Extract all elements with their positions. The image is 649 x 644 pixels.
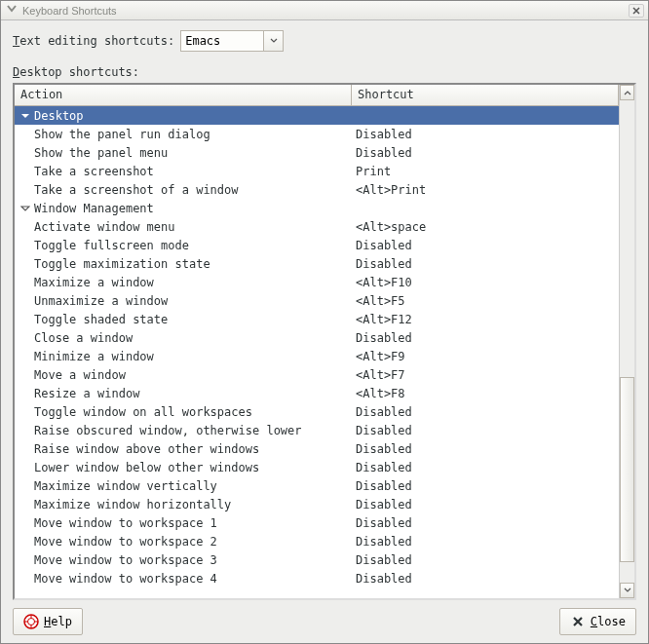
- tree-item-row[interactable]: Minimize a window<Alt>F9: [15, 347, 619, 365]
- tree-action-cell[interactable]: Toggle fullscreen mode: [19, 239, 352, 252]
- tree-item-row[interactable]: Resize a window<Alt>F8: [15, 384, 619, 402]
- tree-item-row[interactable]: Raise window above other windowsDisabled: [15, 439, 619, 458]
- tree-action-cell[interactable]: Take a screenshot: [19, 165, 352, 178]
- tree-item-row[interactable]: Move a window<Alt>F7: [15, 365, 619, 384]
- tree-action-cell[interactable]: Maximize window vertically: [19, 479, 352, 493]
- tree-shortcut-cell[interactable]: Disabled: [352, 128, 619, 141]
- tree-shortcut-cell[interactable]: <Alt>space: [352, 220, 619, 234]
- chevron-up-icon: [624, 90, 631, 95]
- column-header-action[interactable]: Action: [15, 85, 352, 105]
- tree-shortcut-cell[interactable]: <Alt>F8: [352, 387, 619, 400]
- column-header-shortcut[interactable]: Shortcut: [352, 85, 619, 105]
- help-button[interactable]: Help: [13, 608, 83, 635]
- tree-header: Action Shortcut: [15, 85, 619, 106]
- tree-item-row[interactable]: Show the panel run dialogDisabled: [15, 125, 619, 143]
- tree-item-row[interactable]: Raise obscured window, otherwise lowerDi…: [15, 421, 619, 439]
- dropdown-button[interactable]: [264, 30, 284, 52]
- tree-action-cell[interactable]: Move a window: [19, 368, 352, 382]
- tree-action-cell[interactable]: Raise window above other windows: [19, 442, 352, 456]
- tree-item-row[interactable]: Activate window menu<Alt>space: [15, 217, 619, 236]
- tree-shortcut-cell[interactable]: Disabled: [352, 257, 619, 271]
- vertical-scrollbar[interactable]: [619, 85, 634, 598]
- tree-item-row[interactable]: Maximize window verticallyDisabled: [15, 476, 619, 495]
- tree-action-cell[interactable]: Activate window menu: [19, 220, 352, 234]
- tree-action-cell[interactable]: Maximize window horizontally: [19, 498, 352, 511]
- tree-action-cell[interactable]: Toggle shaded state: [19, 313, 352, 326]
- tree-action-cell[interactable]: Resize a window: [19, 387, 352, 400]
- tree-action-cell[interactable]: Show the panel menu: [19, 146, 352, 160]
- tree-action-cell[interactable]: Toggle maximization state: [19, 257, 352, 271]
- titlebar[interactable]: Keyboard Shortcuts: [1, 1, 648, 20]
- tree-action-cell[interactable]: Move window to workspace 3: [19, 553, 352, 567]
- tree-shortcut-cell[interactable]: Disabled: [352, 516, 619, 530]
- tree-item-row[interactable]: Take a screenshotPrint: [15, 162, 619, 180]
- tree-action-cell[interactable]: Move window to workspace 1: [19, 516, 352, 530]
- text-editing-dropdown[interactable]: Emacs: [180, 30, 284, 52]
- tree-item-row[interactable]: Toggle shaded state<Alt>F12: [15, 310, 619, 328]
- tree-shortcut-cell[interactable]: Disabled: [352, 424, 619, 437]
- window-close-button[interactable]: [629, 4, 644, 18]
- tree-shortcut-cell[interactable]: <Alt>F5: [352, 294, 619, 308]
- tree-action-cell[interactable]: Maximize a window: [19, 276, 352, 289]
- tree-item-row[interactable]: Toggle window on all workspacesDisabled: [15, 402, 619, 421]
- tree-shortcut-cell[interactable]: Disabled: [352, 405, 619, 419]
- tree-shortcut-cell[interactable]: Disabled: [352, 239, 619, 252]
- tree-item-row[interactable]: Toggle maximization stateDisabled: [15, 254, 619, 273]
- tree-action-cell[interactable]: Show the panel run dialog: [19, 128, 352, 141]
- tree-action-cell[interactable]: Desktop: [19, 109, 352, 123]
- app-icon: [5, 4, 19, 18]
- tree-action-cell[interactable]: Move window to workspace 2: [19, 535, 352, 549]
- scroll-up-button[interactable]: [620, 85, 634, 100]
- tree-action-cell[interactable]: Minimize a window: [19, 350, 352, 363]
- tree-shortcut-cell[interactable]: Disabled: [352, 442, 619, 456]
- tree-shortcut-cell[interactable]: <Alt>F9: [352, 350, 619, 363]
- scroll-thumb[interactable]: [620, 377, 634, 562]
- tree-item-row[interactable]: Toggle fullscreen modeDisabled: [15, 236, 619, 254]
- tree-shortcut-cell[interactable]: <Alt>F10: [352, 276, 619, 289]
- tree-shortcut-cell[interactable]: Disabled: [352, 461, 619, 474]
- tree-shortcut-cell[interactable]: <Alt>F7: [352, 368, 619, 382]
- tree-item-label: Activate window menu: [32, 220, 175, 234]
- close-button[interactable]: Close: [559, 608, 636, 635]
- tree-item-row[interactable]: Unmaximize a window<Alt>F5: [15, 291, 619, 310]
- tree-action-cell[interactable]: Toggle window on all workspaces: [19, 405, 352, 419]
- text-editing-select[interactable]: Emacs: [180, 30, 264, 52]
- tree-action-cell[interactable]: Unmaximize a window: [19, 294, 352, 308]
- tree-shortcut-cell[interactable]: <Alt>Print: [352, 183, 619, 197]
- expander-icon[interactable]: [19, 204, 32, 213]
- tree-shortcut-cell[interactable]: Disabled: [352, 331, 619, 345]
- tree-shortcut-cell[interactable]: Disabled: [352, 553, 619, 567]
- tree-item-row[interactable]: Move window to workspace 3Disabled: [15, 550, 619, 569]
- tree-group-row[interactable]: Window Management: [15, 199, 619, 217]
- tree-shortcut-cell[interactable]: Disabled: [352, 535, 619, 549]
- tree-action-cell[interactable]: Take a screenshot of a window: [19, 183, 352, 197]
- tree-item-row[interactable]: Move window to workspace 1Disabled: [15, 513, 619, 532]
- tree-action-cell[interactable]: Lower window below other windows: [19, 461, 352, 474]
- tree-item-row[interactable]: Move window to workspace 2Disabled: [15, 532, 619, 550]
- tree-item-row[interactable]: Maximize window horizontallyDisabled: [15, 495, 619, 513]
- scroll-down-button[interactable]: [620, 583, 634, 598]
- tree-item-row[interactable]: Maximize a window<Alt>F10: [15, 273, 619, 291]
- tree-shortcut-cell[interactable]: Disabled: [352, 479, 619, 493]
- tree-item-row[interactable]: Take a screenshot of a window<Alt>Print: [15, 180, 619, 199]
- tree-action-cell[interactable]: Window Management: [19, 202, 352, 215]
- tree-action-cell[interactable]: Close a window: [19, 331, 352, 345]
- tree-item-row[interactable]: Close a windowDisabled: [15, 328, 619, 347]
- tree-item-row[interactable]: Lower window below other windowsDisabled: [15, 458, 619, 476]
- tree-shortcut-cell[interactable]: <Alt>F12: [352, 313, 619, 326]
- tree-shortcut-cell[interactable]: Disabled: [352, 146, 619, 160]
- expander-icon[interactable]: [19, 111, 32, 121]
- shortcuts-tree[interactable]: Action Shortcut DesktopShow the panel ru…: [15, 85, 619, 598]
- tree-item-label: Maximize a window: [32, 276, 154, 289]
- tree-group-row[interactable]: Desktop: [15, 106, 619, 125]
- tree-action-cell[interactable]: Raise obscured window, otherwise lower: [19, 424, 352, 437]
- tree-item-label: Lower window below other windows: [32, 461, 259, 474]
- tree-shortcut-cell[interactable]: Print: [352, 165, 619, 178]
- tree-shortcut-cell[interactable]: Disabled: [352, 572, 619, 586]
- help-icon: [23, 614, 39, 629]
- tree-shortcut-cell[interactable]: Disabled: [352, 498, 619, 511]
- tree-item-row[interactable]: Show the panel menuDisabled: [15, 143, 619, 162]
- help-button-label: Help: [44, 615, 72, 628]
- tree-action-cell[interactable]: Move window to workspace 4: [19, 572, 352, 586]
- tree-item-row[interactable]: Move window to workspace 4Disabled: [15, 569, 619, 587]
